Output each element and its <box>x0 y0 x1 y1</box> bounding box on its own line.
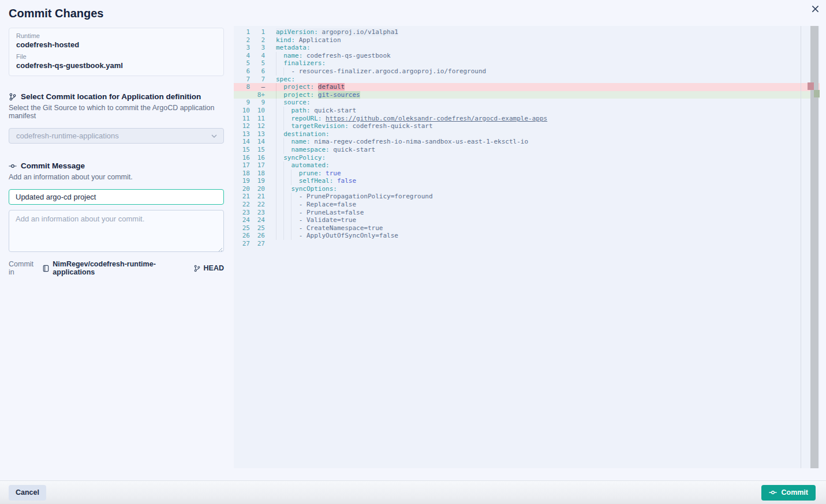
commit-message-section: Commit Message Add an information about … <box>9 161 224 276</box>
diff-viewport-rule <box>801 26 801 468</box>
diff-line: 2323- PruneLast=false <box>234 209 820 217</box>
diff-line: 33metadata: <box>234 44 820 52</box>
overview-added-mark <box>814 90 820 97</box>
commit-location-description: Select the Git Source to which to commit… <box>9 104 224 120</box>
file-value: codefresh-qs-guestbook.yaml <box>16 61 216 70</box>
diff-line: 55finalizers: <box>234 59 820 67</box>
commit-location-heading: Select Commit location for Application d… <box>21 92 201 101</box>
repository-icon <box>42 265 50 272</box>
close-icon[interactable] <box>809 3 821 16</box>
diff-line: 1717automated: <box>234 161 820 170</box>
commit-button[interactable]: Commit <box>761 485 816 501</box>
commit-target-repo: NimRegev/codefresh-runtime-applications <box>53 260 190 276</box>
commit-summary-input[interactable] <box>9 189 224 205</box>
overview-deleted-mark <box>808 82 814 90</box>
page-title: Commit Changes <box>9 7 103 20</box>
diff-line: 1515namespace: quick-start <box>234 146 820 154</box>
diff-line: 2222- Replace=false <box>234 201 820 209</box>
commit-description-textarea[interactable] <box>9 210 224 252</box>
commit-message-description: Add an information about your commit. <box>9 173 224 181</box>
git-commit-icon <box>9 162 17 170</box>
diff-line: 2626- ApplyOutOfSyncOnly=false <box>234 232 820 240</box>
commit-target: Commit in NimRegev/codefresh-runtime-app… <box>9 260 224 276</box>
left-panel: Runtime codefresh-hosted File codefresh-… <box>9 28 224 276</box>
diff-line: 8–project: default <box>234 83 820 91</box>
diff-line: 2121- PrunePropagationPolicy=foreground <box>234 193 820 201</box>
diff-editor[interactable]: 11apiVersion: argoproj.io/v1alpha122kind… <box>234 26 820 468</box>
chevron-down-icon <box>211 133 218 140</box>
diff-line: 2020syncOptions: <box>234 185 820 193</box>
diff-line: 8+project: git-sources <box>234 91 820 99</box>
diff-line: 1818prune: true <box>234 170 820 178</box>
git-source-select[interactable]: codefresh-runtime-applications <box>9 128 224 144</box>
diff-line: 1414name: nima-regev-codefresh-io-nima-s… <box>234 138 820 146</box>
runtime-label: Runtime <box>16 32 216 39</box>
file-label: File <box>16 53 216 60</box>
runtime-value: codefresh-hosted <box>16 40 216 49</box>
commit-in-label: Commit in <box>9 260 39 276</box>
commit-target-ref: HEAD <box>204 264 224 272</box>
diff-line: 11apiVersion: argoproj.io/v1alpha1 <box>234 28 820 36</box>
diff-line: 1616syncPolicy: <box>234 154 820 162</box>
info-card: Runtime codefresh-hosted File codefresh-… <box>9 28 224 76</box>
diff-line: 2727 <box>234 240 820 248</box>
diff-line: 99source: <box>234 99 820 107</box>
diff-line: 1111repoURL: https://github.com/oleksand… <box>234 115 820 123</box>
git-branch-icon <box>9 93 17 101</box>
diff-code: 11apiVersion: argoproj.io/v1alpha122kind… <box>234 26 820 248</box>
commit-button-label: Commit <box>781 488 808 497</box>
footer: Cancel Commit <box>0 480 826 504</box>
git-commit-icon <box>769 488 777 497</box>
diff-line: 22kind: Application <box>234 36 820 44</box>
diff-line: 77spec: <box>234 76 820 84</box>
diff-line: 2525- CreateNamespace=true <box>234 224 820 232</box>
diff-line: 1212targetRevision: codefresh-quick-star… <box>234 122 820 130</box>
diff-line: 2424- Validate=true <box>234 216 820 224</box>
cancel-button[interactable]: Cancel <box>9 485 46 501</box>
diff-line: 1919selfHeal: false <box>234 177 820 185</box>
diff-line: 66- resources-finalizer.argocd.argoproj.… <box>234 67 820 76</box>
branch-ref-icon <box>193 265 201 272</box>
commit-message-heading: Commit Message <box>21 161 85 170</box>
commit-location-section: Select Commit location for Application d… <box>9 92 224 144</box>
diff-line: 1010path: quick-start <box>234 107 820 115</box>
git-source-selected-value: codefresh-runtime-applications <box>16 131 119 140</box>
diff-line: 44name: codefresh-qs-guestbook <box>234 52 820 60</box>
diff-line: 1313destination: <box>234 130 820 138</box>
